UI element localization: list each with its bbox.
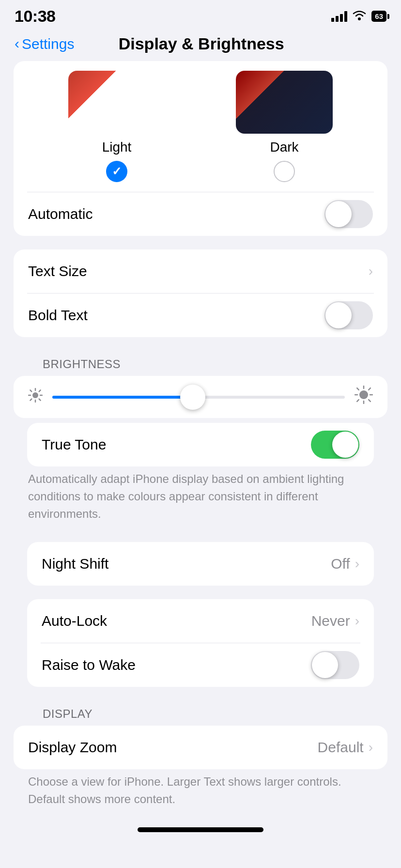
automatic-toggle[interactable] [324, 200, 373, 228]
svg-line-8 [30, 399, 31, 401]
appearance-row: Light ✓ Dark [14, 61, 387, 182]
display-zoom-row[interactable]: Display Zoom Default › [14, 726, 387, 769]
chevron-right-icon: › [369, 740, 373, 755]
night-shift-value: Off [331, 556, 350, 572]
slider-fill [52, 396, 193, 399]
raise-to-wake-label: Raise to Wake [42, 657, 136, 673]
raise-to-wake-toggle[interactable] [311, 651, 359, 679]
display-zoom-description: Choose a view for iPhone. Larger Text sh… [14, 769, 387, 818]
display-zoom-label: Display Zoom [28, 739, 117, 756]
svg-point-10 [359, 390, 368, 399]
appearance-section: Light ✓ Dark Automatic [14, 61, 387, 236]
text-size-row[interactable]: Text Size › [14, 249, 387, 293]
toggle-thumb [332, 432, 358, 458]
night-shift-row[interactable]: Night Shift Off › [27, 542, 374, 586]
svg-line-17 [357, 400, 359, 402]
true-tone-section: True Tone Automatically adapt iPhone dis… [14, 423, 387, 532]
back-label[interactable]: Settings [22, 36, 74, 52]
automatic-label: Automatic [28, 206, 93, 222]
battery-icon: 63 [371, 11, 386, 22]
dark-preview [236, 71, 333, 134]
brightness-label-container: BRIGHTNESS [14, 351, 387, 376]
chevron-right-icon: › [369, 264, 373, 279]
raise-to-wake-row: Raise to Wake [27, 643, 374, 687]
display-section-label: DISPLAY [28, 707, 107, 727]
text-size-label: Text Size [28, 263, 87, 279]
toggle-thumb [312, 652, 338, 678]
back-chevron-icon: ‹ [15, 36, 19, 51]
light-radio[interactable]: ✓ [106, 161, 127, 182]
text-section: Text Size › Bold Text [14, 249, 387, 337]
bold-text-row: Bold Text [14, 294, 387, 337]
back-button[interactable]: ‹ Settings [15, 36, 74, 52]
svg-line-15 [357, 388, 359, 390]
true-tone-toggle[interactable] [311, 431, 359, 459]
true-tone-card: True Tone [27, 423, 374, 466]
display-label-container: DISPLAY [14, 700, 387, 726]
display-zoom-card: Display Zoom Default › [14, 726, 387, 769]
auto-lock-row[interactable]: Auto-Lock Never › [27, 599, 374, 643]
toggle-thumb [325, 302, 352, 328]
svg-point-1 [32, 392, 38, 398]
night-shift-label: Night Shift [42, 556, 108, 572]
svg-line-9 [39, 390, 41, 391]
automatic-row: Automatic [14, 192, 387, 236]
true-tone-row: True Tone [27, 423, 374, 466]
true-tone-description: Automatically adapt iPhone display based… [14, 466, 387, 532]
night-shift-section: Night Shift Off › [14, 542, 387, 586]
svg-line-6 [30, 390, 31, 391]
svg-line-18 [369, 388, 370, 390]
svg-point-0 [358, 17, 361, 20]
display-zoom-right: Default › [318, 739, 373, 756]
night-shift-right: Off › [331, 556, 359, 572]
slider-thumb[interactable] [180, 385, 205, 410]
svg-line-7 [39, 399, 41, 401]
nav-bar: ‹ Settings Display & Brightness [0, 30, 401, 61]
auto-lock-right: Never › [311, 613, 359, 629]
brightness-section-label: BRIGHTNESS [28, 357, 135, 377]
bold-text-toggle[interactable] [324, 301, 373, 329]
brightness-slider[interactable] [52, 396, 345, 399]
home-bar [138, 827, 263, 832]
light-label: Light [102, 140, 132, 155]
brightness-low-icon [28, 388, 43, 406]
light-preview [68, 71, 165, 134]
chevron-right-icon: › [355, 556, 359, 572]
check-icon: ✓ [112, 165, 122, 178]
dark-label: Dark [270, 140, 298, 155]
brightness-slider-row [14, 376, 387, 418]
signal-icon [331, 11, 347, 22]
dark-radio[interactable] [274, 161, 295, 182]
brightness-section: BRIGHTNESS [14, 351, 387, 418]
bold-text-label: Bold Text [28, 307, 88, 324]
toggle-thumb [325, 201, 352, 227]
auto-lock-card: Auto-Lock Never › Raise to Wake [27, 599, 374, 687]
status-bar: 10:38 63 [0, 0, 401, 30]
status-icons: 63 [331, 10, 386, 23]
brightness-high-icon [355, 386, 373, 408]
dark-mode-option[interactable]: Dark [236, 71, 333, 182]
auto-lock-value: Never [311, 613, 350, 629]
svg-line-16 [369, 400, 370, 402]
true-tone-label: True Tone [42, 436, 106, 453]
page-title: Display & Brightness [74, 34, 328, 53]
chevron-right-icon: › [355, 613, 359, 629]
status-time: 10:38 [15, 7, 55, 26]
auto-lock-label: Auto-Lock [42, 613, 107, 629]
wifi-icon [352, 10, 367, 23]
display-section: DISPLAY Display Zoom Default › Choose a … [14, 700, 387, 818]
auto-lock-section: Auto-Lock Never › Raise to Wake [14, 599, 387, 687]
light-mode-option[interactable]: Light ✓ [68, 71, 165, 182]
night-shift-card: Night Shift Off › [27, 542, 374, 586]
display-zoom-value: Default [318, 739, 364, 756]
home-indicator [0, 818, 401, 840]
